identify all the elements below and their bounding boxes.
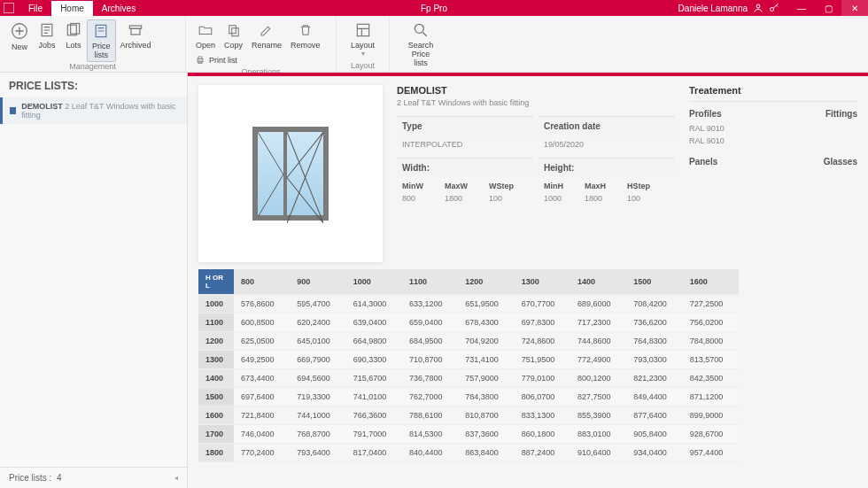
table-cell[interactable]: 744,1000: [290, 407, 345, 425]
table-cell[interactable]: 715,6700: [346, 369, 402, 388]
app-menu-icon[interactable]: [4, 3, 14, 13]
table-cell[interactable]: 659,0400: [402, 314, 458, 332]
table-cell[interactable]: 784,3800: [458, 388, 514, 407]
table-cell[interactable]: 744,8600: [570, 332, 626, 351]
table-cell[interactable]: 840,4400: [402, 444, 458, 462]
table-col-header[interactable]: 1200: [458, 269, 514, 295]
table-cell[interactable]: 817,0400: [346, 444, 402, 462]
table-cell[interactable]: 887,2400: [515, 444, 570, 462]
table-cell[interactable]: 727,2500: [683, 295, 739, 314]
table-cell[interactable]: 670,7700: [515, 295, 570, 314]
table-cell[interactable]: 736,6200: [626, 314, 682, 332]
table-cell[interactable]: 651,9500: [458, 295, 514, 314]
table-cell[interactable]: 793,0300: [626, 351, 682, 369]
close-button[interactable]: ✕: [841, 0, 868, 16]
remove-button[interactable]: Remove: [286, 19, 325, 51]
table-cell[interactable]: 827,7500: [570, 388, 626, 407]
table-cell[interactable]: 689,6000: [570, 295, 626, 314]
table-row[interactable]: 1500697,6400719,3300741,0100762,7000784,…: [198, 388, 739, 407]
table-row[interactable]: 1100600,8500620,2400639,0400659,0400678,…: [198, 314, 739, 332]
table-col-header[interactable]: 800: [234, 269, 290, 295]
table-cell[interactable]: 731,4100: [458, 351, 514, 369]
table-cell[interactable]: 899,9000: [683, 407, 739, 425]
table-cell[interactable]: 710,8700: [402, 351, 458, 369]
table-col-header[interactable]: 1500: [626, 269, 682, 295]
table-cell[interactable]: 766,3600: [346, 407, 402, 425]
sidebar-collapse-icon[interactable]: ◂: [174, 474, 178, 482]
table-row[interactable]: 1000576,8600595,4700614,3000633,1200651,…: [198, 295, 739, 314]
search-price-lists-button[interactable]: Search Price lists: [395, 19, 446, 69]
table-col-header[interactable]: 900: [290, 269, 345, 295]
table-cell[interactable]: 600,8500: [234, 314, 290, 332]
price-table[interactable]: H OR L8009001000110012001300140015001600…: [188, 269, 868, 466]
table-cell[interactable]: 625,0500: [234, 332, 290, 351]
minimize-button[interactable]: —: [788, 0, 815, 16]
layout-button[interactable]: Layout▾: [346, 19, 379, 59]
table-cell[interactable]: 779,0100: [515, 369, 570, 388]
tab-archives[interactable]: Archives: [93, 1, 144, 16]
table-cell[interactable]: 905,8400: [626, 425, 682, 444]
table-row[interactable]: 1800770,2400793,6400817,0400840,4400863,…: [198, 444, 739, 462]
table-cell[interactable]: 756,0200: [683, 314, 739, 332]
table-cell[interactable]: 697,8300: [515, 314, 570, 332]
table-cell[interactable]: 855,3900: [570, 407, 626, 425]
table-row[interactable]: 1300649,2500669,7900690,3300710,8700731,…: [198, 351, 739, 369]
key-icon[interactable]: [769, 3, 779, 13]
table-cell[interactable]: 704,9200: [458, 332, 514, 351]
table-cell[interactable]: 928,6700: [683, 425, 739, 444]
table-cell[interactable]: 736,7800: [402, 369, 458, 388]
rename-button[interactable]: Rename: [247, 19, 286, 51]
tab-home[interactable]: Home: [51, 1, 93, 16]
table-cell[interactable]: 673,4400: [234, 369, 290, 388]
table-cell[interactable]: 770,2400: [234, 444, 290, 462]
table-cell[interactable]: 813,5700: [683, 351, 739, 369]
table-cell[interactable]: 837,3600: [458, 425, 514, 444]
table-col-header[interactable]: 1000: [346, 269, 402, 295]
price-lists-button[interactable]: Price lists: [87, 19, 116, 62]
table-row[interactable]: 1600721,8400744,1000766,3600788,6100810,…: [198, 407, 739, 425]
table-cell[interactable]: 791,7000: [346, 425, 402, 444]
table-cell[interactable]: 697,6400: [234, 388, 290, 407]
table-cell[interactable]: 764,8300: [626, 332, 682, 351]
table-cell[interactable]: 724,8600: [515, 332, 570, 351]
lots-button[interactable]: Lots: [60, 19, 87, 51]
table-cell[interactable]: 871,1200: [683, 388, 739, 407]
copy-button[interactable]: Copy: [220, 19, 247, 51]
table-cell[interactable]: 800,1200: [570, 369, 626, 388]
table-cell[interactable]: 678,4300: [458, 314, 514, 332]
table-cell[interactable]: 694,5600: [290, 369, 345, 388]
table-row[interactable]: 1400673,4400694,5600715,6700736,7800757,…: [198, 369, 739, 388]
table-cell[interactable]: 708,4200: [626, 295, 682, 314]
table-col-header[interactable]: 1600: [683, 269, 739, 295]
table-cell[interactable]: 934,0400: [626, 444, 682, 462]
table-cell[interactable]: 863,8400: [458, 444, 514, 462]
table-cell[interactable]: 620,2400: [290, 314, 345, 332]
table-cell[interactable]: 757,9000: [458, 369, 514, 388]
table-cell[interactable]: 614,3000: [346, 295, 402, 314]
new-button[interactable]: New: [5, 19, 34, 53]
table-cell[interactable]: 741,0100: [346, 388, 402, 407]
archived-button[interactable]: Archived: [116, 19, 156, 51]
table-cell[interactable]: 821,2300: [626, 369, 682, 388]
table-cell[interactable]: 717,2300: [570, 314, 626, 332]
table-cell[interactable]: 842,3500: [683, 369, 739, 388]
table-col-header[interactable]: 1100: [402, 269, 458, 295]
table-cell[interactable]: 833,1300: [515, 407, 570, 425]
table-cell[interactable]: 633,1200: [402, 295, 458, 314]
table-cell[interactable]: 576,8600: [234, 295, 290, 314]
table-cell[interactable]: 849,4400: [626, 388, 682, 407]
table-cell[interactable]: 860,1800: [515, 425, 570, 444]
table-cell[interactable]: 910,6400: [570, 444, 626, 462]
table-cell[interactable]: 793,6400: [290, 444, 345, 462]
jobs-button[interactable]: Jobs: [34, 19, 60, 51]
table-cell[interactable]: 664,9800: [346, 332, 402, 351]
table-cell[interactable]: 810,8700: [458, 407, 514, 425]
table-cell[interactable]: 684,9500: [402, 332, 458, 351]
table-cell[interactable]: 595,4700: [290, 295, 345, 314]
maximize-button[interactable]: ▢: [815, 0, 841, 16]
table-cell[interactable]: 814,5300: [402, 425, 458, 444]
table-col-header[interactable]: 1400: [570, 269, 626, 295]
table-cell[interactable]: 721,8400: [234, 407, 290, 425]
table-cell[interactable]: 784,8000: [683, 332, 739, 351]
table-cell[interactable]: 649,2500: [234, 351, 290, 369]
